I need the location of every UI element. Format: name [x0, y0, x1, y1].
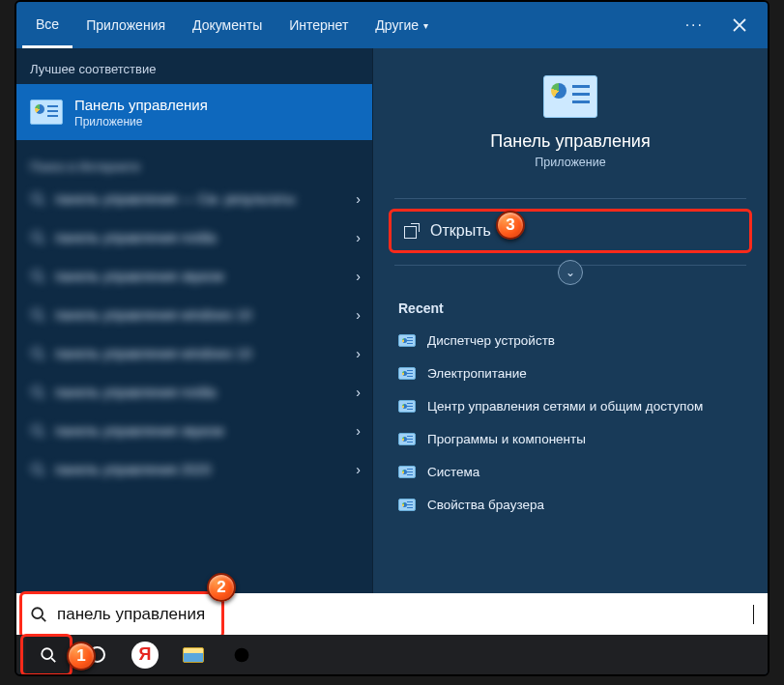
tab-other-label: Другие — [375, 17, 419, 33]
svg-point-10 — [32, 348, 42, 357]
tab-apps[interactable]: Приложения — [73, 2, 179, 48]
best-match-item[interactable]: Панель управления Приложение — [16, 84, 372, 140]
more-options-button[interactable]: ··· — [672, 16, 717, 34]
annotation-marker-1: 1 — [67, 642, 96, 671]
recent-item[interactable]: Центр управления сетями и общим доступом — [394, 389, 746, 422]
svg-line-15 — [41, 434, 44, 438]
svg-point-16 — [32, 464, 42, 473]
best-match-title: Панель управления — [74, 97, 208, 113]
taskbar: Я — [16, 635, 768, 674]
svg-point-2 — [32, 193, 42, 203]
svg-point-12 — [32, 386, 42, 396]
suggestion-text: панель управления звуком — [55, 423, 223, 439]
recent-item-label: Центр управления сетями и общим доступом — [427, 399, 703, 414]
chevron-right-icon: › — [356, 346, 361, 361]
search-icon — [30, 606, 47, 623]
search-icon — [30, 423, 45, 439]
search-icon — [40, 646, 57, 664]
web-suggestions-label: Поиск в Интернете — [16, 154, 372, 180]
svg-line-11 — [41, 357, 44, 360]
recent-item-label: Система — [427, 465, 479, 479]
chevron-right-icon: › — [356, 307, 361, 323]
taskbar-settings-button[interactable] — [219, 636, 264, 674]
recent-item[interactable]: Свойства браузера — [394, 488, 746, 521]
recent-block: Recent Диспетчер устройствЭлектропитание… — [373, 285, 768, 521]
annotation-marker-2: 2 — [207, 573, 236, 602]
svg-point-6 — [32, 271, 42, 280]
control-panel-icon — [30, 100, 63, 125]
annotation-marker-3: 3 — [496, 211, 525, 240]
search-tabs: Все Приложения Документы Интернет Другие… — [16, 2, 768, 48]
tab-other[interactable]: Другие ▾ — [362, 2, 442, 48]
web-suggestion-item[interactable]: панель управления звуком› — [16, 257, 372, 296]
svg-point-20 — [42, 648, 52, 659]
web-suggestion-item[interactable]: панель управления 2020› — [16, 450, 372, 489]
chevron-right-icon: › — [356, 230, 361, 245]
taskbar-yandex-button[interactable]: Я — [123, 636, 167, 674]
svg-line-3 — [41, 202, 44, 206]
svg-point-18 — [32, 608, 43, 618]
svg-point-14 — [32, 425, 42, 435]
open-button[interactable]: Открыть — [391, 211, 750, 251]
close-button[interactable] — [717, 2, 762, 48]
recent-item[interactable]: Программы и компоненты — [394, 422, 746, 455]
svg-line-5 — [41, 241, 44, 244]
taskbar-explorer-button[interactable] — [171, 636, 216, 674]
chevron-down-icon: ▾ — [423, 20, 428, 31]
text-cursor — [753, 605, 754, 624]
recent-item-label: Программы и компоненты — [427, 432, 586, 446]
divider — [394, 198, 746, 199]
search-icon — [30, 269, 45, 284]
search-bar[interactable] — [16, 593, 768, 636]
recent-label: Recent — [398, 300, 746, 316]
recent-item[interactable]: Система — [394, 455, 746, 488]
chevron-right-icon: › — [356, 462, 361, 477]
control-panel-icon — [543, 75, 597, 118]
svg-line-13 — [41, 395, 44, 399]
web-suggestion-item[interactable]: панель управления windows 10› — [16, 334, 372, 373]
search-icon — [30, 191, 45, 207]
control-panel-icon — [398, 334, 416, 347]
search-icon — [30, 230, 45, 245]
preview-title: Панель управления — [490, 131, 650, 152]
search-icon — [30, 307, 45, 323]
recent-item-label: Свойства браузера — [427, 498, 544, 512]
tab-all[interactable]: Все — [22, 2, 73, 48]
taskbar-search-button[interactable] — [26, 636, 71, 674]
svg-line-21 — [51, 658, 55, 662]
suggestion-text: панель управления windows 10 — [55, 346, 251, 361]
close-icon — [732, 17, 747, 33]
preview-hero: Панель управления Приложение — [373, 48, 768, 185]
web-suggestions: Поиск в Интернете панель управления — См… — [16, 140, 372, 489]
tab-documents[interactable]: Документы — [179, 2, 276, 48]
tab-internet[interactable]: Интернет — [276, 2, 362, 48]
expand-button[interactable]: ⌄ — [558, 260, 583, 285]
control-panel-icon — [398, 433, 416, 445]
open-icon — [404, 224, 419, 239]
gear-icon — [219, 633, 264, 677]
web-suggestion-item[interactable]: панель управления звуком› — [16, 412, 372, 450]
file-explorer-icon — [183, 647, 204, 663]
svg-line-7 — [41, 279, 44, 283]
svg-point-4 — [32, 232, 42, 242]
search-input[interactable] — [57, 605, 754, 624]
suggestion-text: панель управления nvidia — [55, 230, 217, 245]
recent-item[interactable]: Электропитание — [394, 357, 746, 389]
web-suggestion-item[interactable]: панель управления windows 10› — [16, 296, 372, 334]
recent-item[interactable]: Диспетчер устройств — [394, 324, 746, 357]
control-panel-icon — [398, 499, 416, 511]
preview-subtitle: Приложение — [535, 156, 605, 169]
web-suggestion-item[interactable]: панель управления nvidia› — [16, 373, 372, 412]
results-pane: Лучшее соответствие Панель управления Пр… — [16, 48, 372, 593]
search-icon — [30, 462, 45, 477]
recent-item-label: Диспетчер устройств — [427, 333, 555, 348]
svg-line-9 — [41, 318, 44, 322]
chevron-right-icon: › — [356, 423, 361, 439]
windows-search-panel: Все Приложения Документы Интернет Другие… — [15, 0, 769, 676]
chevron-right-icon: › — [356, 385, 361, 400]
web-suggestion-item[interactable]: панель управления nvidia› — [16, 218, 372, 257]
web-suggestion-item[interactable]: панель управления — См. результаты› — [16, 180, 372, 218]
search-icon — [30, 346, 45, 361]
search-body: Лучшее соответствие Панель управления Пр… — [16, 48, 768, 593]
suggestion-text: панель управления windows 10 — [55, 307, 251, 323]
